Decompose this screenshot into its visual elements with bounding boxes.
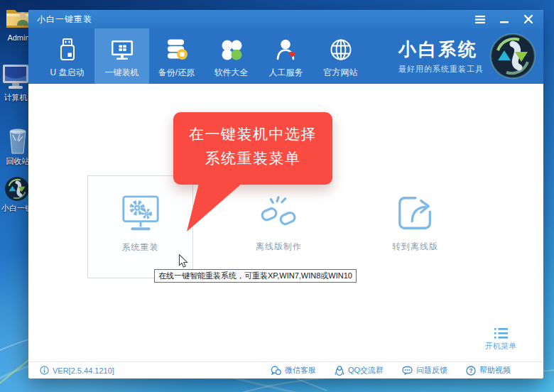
tooltip: 在线一键智能重装系统，可重装XP,WIN7,WIN8或WIN10	[154, 269, 357, 283]
website-icon	[329, 38, 353, 62]
usb-icon	[55, 38, 80, 62]
card-label: 离线版制作	[226, 241, 332, 253]
card-go-to-offline-version[interactable]: 转到离线版	[362, 175, 468, 278]
footer-link-wechat[interactable]: 微信客服	[271, 365, 316, 376]
tab-usb-boot[interactable]: U 盘启动	[40, 28, 94, 84]
broken-link-icon	[257, 192, 301, 234]
tab-software-collection[interactable]: 软件大全	[204, 28, 259, 84]
go-offline-icon	[393, 192, 438, 234]
minimize-icon[interactable]	[498, 13, 511, 25]
tab-human-service[interactable]: 人工服务	[259, 28, 313, 84]
callout-bubble-tail	[173, 183, 251, 233]
close-icon[interactable]	[522, 13, 535, 25]
footer-link-qq[interactable]: QQ交流群	[335, 365, 384, 376]
boot-menu-label: 开机菜单	[478, 341, 523, 352]
version-text: VER[2.5.44.1210]	[53, 366, 114, 375]
app-window: 小白一键重装	[28, 10, 543, 379]
tab-label: 软件大全	[214, 67, 249, 79]
qq-icon	[335, 366, 344, 376]
xiaobai-logo-icon	[489, 33, 536, 80]
footer-link-label: 问题反馈	[416, 365, 447, 376]
feedback-bubble-icon	[402, 366, 413, 376]
brand-title: 小白系统	[398, 38, 484, 61]
brand-tagline: 最好用的系统重装工具	[398, 64, 484, 75]
help-icon: ?	[466, 366, 476, 376]
tab-label: 官方网站	[324, 67, 358, 79]
tab-one-click-install[interactable]: 一键装机	[94, 28, 149, 84]
callout-bubble: 在一键装机中选择 系统重装菜单	[173, 112, 332, 185]
main-content: 系统重装 离线版制作 转到离线版	[28, 84, 543, 361]
installer-icon	[110, 38, 134, 62]
tab-label: U 盘启动	[50, 67, 85, 79]
boot-menu-list-icon	[494, 328, 508, 339]
tab-label: 人工服务	[269, 67, 303, 79]
card-label: 系统重装	[88, 241, 192, 254]
footer-bar: VER[2.5.44.1210] 微信客服 QQ交流群	[28, 361, 543, 379]
recycle-bin-icon	[4, 125, 31, 155]
tab-backup-restore[interactable]: 备份/还原	[149, 28, 204, 84]
footer-link-feedback[interactable]: 问题反馈	[402, 365, 447, 376]
brand-area: 小白系统 最好用的系统重装工具	[398, 28, 538, 84]
callout-line2: 系统重装菜单	[173, 146, 332, 170]
footer-link-label: 帮助视频	[479, 365, 511, 376]
card-label: 转到离线版	[362, 241, 468, 253]
tab-official-website[interactable]: 官方网站	[313, 28, 368, 84]
software-icon	[219, 38, 244, 62]
backup-icon	[165, 38, 189, 62]
callout-line1: 在一键装机中选择	[173, 122, 332, 146]
window-title: 小白一键重装	[37, 13, 92, 26]
computer-icon	[1, 62, 31, 91]
footer-link-label: QQ交流群	[348, 365, 384, 376]
info-icon	[40, 366, 49, 375]
mouse-cursor	[178, 254, 188, 268]
wechat-icon	[271, 366, 281, 376]
service-icon	[274, 38, 298, 62]
footer-link-help-video[interactable]: ? 帮助视频	[466, 365, 511, 376]
tab-label: 一键装机	[105, 67, 139, 79]
titlebar[interactable]: 小白一键重装	[28, 10, 543, 28]
version-info: VER[2.5.44.1210]	[40, 366, 114, 375]
xiaobai-logo-icon	[4, 176, 30, 202]
menu-icon[interactable]	[474, 13, 487, 25]
svg-text:?: ?	[469, 367, 472, 374]
footer-link-label: 微信客服	[285, 365, 316, 376]
boot-menu-button[interactable]: 开机菜单	[478, 328, 523, 352]
system-reinstall-icon	[119, 193, 163, 234]
tab-label: 备份/还原	[158, 67, 195, 79]
